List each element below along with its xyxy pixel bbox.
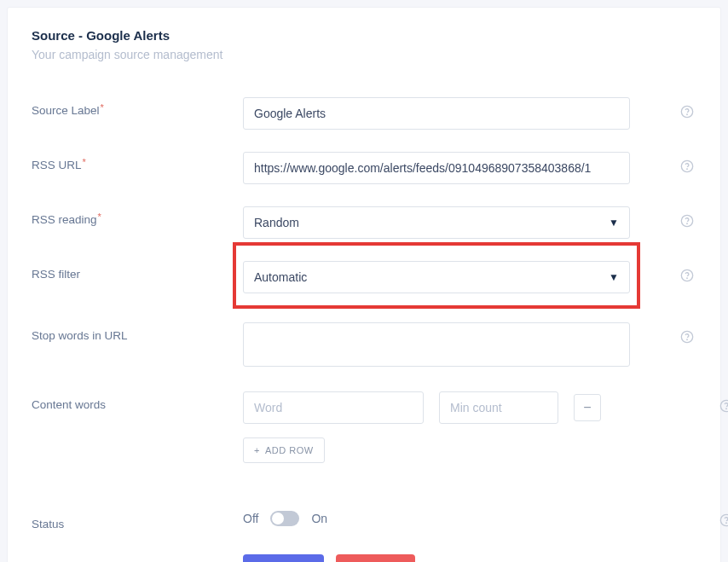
- row-rss-url: RSS URL*: [32, 152, 696, 184]
- help-icon[interactable]: [679, 104, 695, 119]
- toggle-knob: [272, 513, 284, 524]
- field-content-words: − + ADD ROW: [243, 391, 696, 463]
- help-icon[interactable]: [679, 268, 695, 283]
- field-rss-reading: Random ▼: [243, 206, 630, 239]
- label-rss-url: RSS URL*: [32, 152, 243, 171]
- label-text: Status: [32, 518, 64, 530]
- rss-reading-select[interactable]: Random ▼: [243, 206, 630, 239]
- rss-filter-select[interactable]: Automatic ▼: [243, 261, 630, 293]
- label-text: Stop words in URL: [32, 329, 128, 342]
- min-count-input[interactable]: [439, 391, 558, 424]
- update-button[interactable]: UPDATE: [243, 554, 324, 562]
- field-rss-url: [243, 152, 630, 184]
- label-text: RSS reading: [32, 213, 97, 226]
- help-icon[interactable]: [679, 159, 695, 174]
- field-source-label: [243, 97, 630, 130]
- source-label-input[interactable]: [243, 97, 630, 130]
- label-text: Content words: [32, 398, 106, 411]
- svg-point-11: [726, 408, 727, 409]
- page-title: Source - Google Alerts: [32, 28, 696, 43]
- label-content-words: Content words: [32, 391, 243, 411]
- required-marker: *: [98, 211, 101, 222]
- row-rss-reading: RSS reading* Random ▼: [32, 206, 696, 239]
- select-value: Automatic: [254, 270, 307, 284]
- field-status: Off On: [243, 511, 696, 526]
- add-row-button[interactable]: + ADD ROW: [243, 437, 325, 463]
- status-on-label: On: [311, 512, 327, 525]
- rss-url-input[interactable]: [243, 152, 630, 184]
- select-value: Random: [254, 216, 299, 229]
- field-stop-words: [243, 322, 630, 369]
- svg-point-7: [687, 278, 688, 279]
- actions: UPDATE DELETE: [243, 554, 696, 562]
- svg-point-5: [687, 223, 688, 224]
- status-toggle-group: Off On: [243, 511, 696, 526]
- help-icon[interactable]: [679, 329, 695, 345]
- add-row-label: ADD ROW: [265, 445, 314, 455]
- row-content-words: Content words − + ADD ROW: [32, 391, 696, 463]
- label-status: Status: [32, 511, 243, 530]
- status-toggle[interactable]: [270, 511, 299, 526]
- label-rss-filter: RSS filter: [32, 261, 243, 281]
- field-rss-filter: Automatic ▼: [243, 261, 630, 293]
- row-source-label: Source Label*: [32, 97, 696, 130]
- chevron-down-icon: ▼: [609, 217, 619, 229]
- svg-point-1: [687, 114, 688, 115]
- stop-words-input[interactable]: [243, 322, 630, 367]
- label-text: RSS filter: [32, 268, 80, 281]
- svg-point-3: [687, 169, 688, 170]
- row-stop-words: Stop words in URL: [32, 322, 696, 369]
- help-icon[interactable]: [719, 398, 728, 414]
- label-source-label: Source Label*: [32, 97, 243, 117]
- source-panel: Source - Google Alerts Your campaign sou…: [7, 7, 721, 562]
- remove-row-button[interactable]: −: [574, 394, 601, 421]
- chevron-down-icon: ▼: [609, 271, 619, 283]
- row-status: Status Off On: [32, 511, 696, 530]
- delete-button[interactable]: DELETE: [336, 554, 416, 562]
- content-word-input[interactable]: [243, 391, 424, 424]
- row-rss-filter: RSS filter Automatic ▼: [32, 261, 696, 293]
- status-off-label: Off: [243, 512, 258, 525]
- help-icon[interactable]: [679, 213, 695, 229]
- page-subtitle: Your campaign source management: [32, 48, 696, 61]
- label-stop-words: Stop words in URL: [32, 322, 243, 342]
- label-text: Source Label: [32, 104, 100, 117]
- content-words-row: −: [243, 391, 696, 424]
- required-marker: *: [83, 157, 86, 167]
- plus-icon: +: [254, 445, 260, 455]
- help-icon[interactable]: [719, 513, 728, 528]
- label-text: RSS URL: [32, 159, 82, 171]
- required-marker: *: [101, 102, 104, 113]
- svg-point-13: [726, 523, 727, 524]
- label-rss-reading: RSS reading*: [32, 206, 243, 226]
- svg-point-9: [687, 339, 688, 340]
